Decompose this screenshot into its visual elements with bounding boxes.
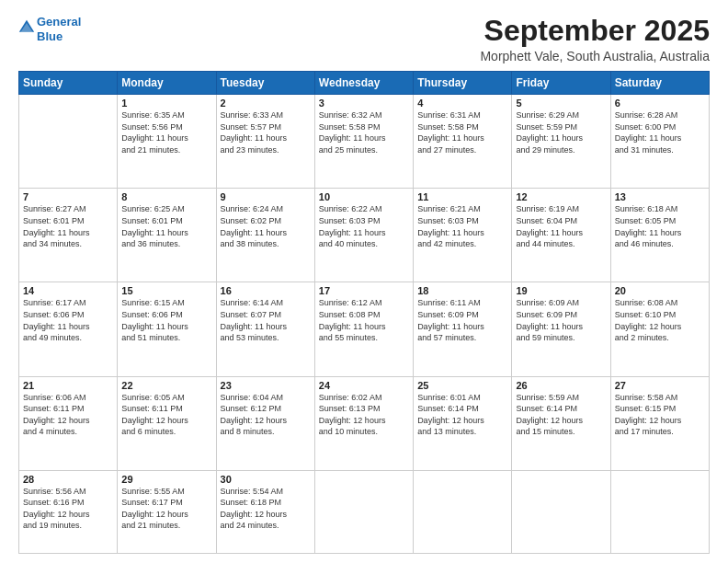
day-number: 20 — [615, 285, 705, 296]
calendar-cell: 2Sunrise: 6:33 AM Sunset: 5:57 PM Daylig… — [216, 95, 314, 189]
day-info: Sunrise: 6:09 AM Sunset: 6:09 PM Dayligh… — [516, 297, 606, 343]
weekday-header: Sunday — [19, 72, 118, 95]
day-number: 7 — [23, 191, 113, 202]
calendar-cell: 5Sunrise: 6:29 AM Sunset: 5:59 PM Daylig… — [512, 95, 610, 189]
day-info: Sunrise: 6:17 AM Sunset: 6:06 PM Dayligh… — [23, 297, 113, 343]
day-info: Sunrise: 6:06 AM Sunset: 6:11 PM Dayligh… — [23, 392, 113, 438]
day-info: Sunrise: 6:05 AM Sunset: 6:11 PM Dayligh… — [121, 392, 211, 438]
calendar-cell: 12Sunrise: 6:19 AM Sunset: 6:04 PM Dayli… — [512, 189, 610, 282]
day-info: Sunrise: 6:21 AM Sunset: 6:03 PM Dayligh… — [417, 203, 507, 249]
calendar-week-row: 7Sunrise: 6:27 AM Sunset: 6:01 PM Daylig… — [19, 189, 710, 282]
logo-line1: General — [37, 15, 81, 29]
day-info: Sunrise: 6:27 AM Sunset: 6:01 PM Dayligh… — [23, 203, 113, 249]
day-info: Sunrise: 5:54 AM Sunset: 6:18 PM Dayligh… — [221, 486, 311, 532]
calendar-cell: 10Sunrise: 6:22 AM Sunset: 6:03 PM Dayli… — [314, 189, 413, 282]
calendar-body: 1Sunrise: 6:35 AM Sunset: 5:56 PM Daylig… — [19, 95, 710, 554]
day-number: 21 — [23, 380, 113, 391]
calendar-cell — [414, 470, 512, 553]
day-number: 26 — [516, 380, 606, 391]
calendar-cell: 16Sunrise: 6:14 AM Sunset: 6:07 PM Dayli… — [216, 282, 314, 376]
calendar-cell: 14Sunrise: 6:17 AM Sunset: 6:06 PM Dayli… — [19, 282, 118, 376]
weekday-header: Saturday — [610, 72, 709, 95]
calendar-cell: 15Sunrise: 6:15 AM Sunset: 6:06 PM Dayli… — [118, 282, 216, 376]
day-number: 11 — [417, 191, 507, 202]
day-info: Sunrise: 6:12 AM Sunset: 6:08 PM Dayligh… — [319, 297, 409, 343]
calendar-cell: 11Sunrise: 6:21 AM Sunset: 6:03 PM Dayli… — [414, 189, 512, 282]
day-info: Sunrise: 6:32 AM Sunset: 5:58 PM Dayligh… — [319, 109, 409, 155]
weekday-header: Wednesday — [314, 72, 413, 95]
day-info: Sunrise: 6:35 AM Sunset: 5:56 PM Dayligh… — [121, 109, 211, 155]
day-info: Sunrise: 6:28 AM Sunset: 6:00 PM Dayligh… — [615, 109, 705, 155]
logo-text: General Blue — [37, 15, 81, 43]
day-number: 18 — [417, 285, 507, 296]
calendar-week-row: 1Sunrise: 6:35 AM Sunset: 5:56 PM Daylig… — [19, 95, 710, 189]
day-number: 25 — [417, 380, 507, 391]
day-number: 24 — [319, 380, 409, 391]
page: General Blue September 2025 Morphett Val… — [0, 0, 728, 563]
day-info: Sunrise: 6:22 AM Sunset: 6:03 PM Dayligh… — [319, 203, 409, 249]
day-number: 3 — [319, 98, 409, 109]
day-number: 27 — [615, 380, 705, 391]
calendar-cell: 23Sunrise: 6:04 AM Sunset: 6:12 PM Dayli… — [216, 376, 314, 470]
day-number: 22 — [121, 380, 211, 391]
day-info: Sunrise: 5:55 AM Sunset: 6:17 PM Dayligh… — [121, 486, 211, 532]
logo-line2: Blue — [37, 29, 81, 44]
day-number: 14 — [23, 285, 113, 296]
weekday-header: Tuesday — [216, 72, 314, 95]
day-info: Sunrise: 6:25 AM Sunset: 6:01 PM Dayligh… — [121, 203, 211, 249]
calendar-cell — [610, 470, 709, 553]
day-info: Sunrise: 6:33 AM Sunset: 5:57 PM Dayligh… — [221, 109, 311, 155]
calendar-cell: 8Sunrise: 6:25 AM Sunset: 6:01 PM Daylig… — [118, 189, 216, 282]
day-number: 13 — [615, 191, 705, 202]
title-area: September 2025 Morphett Vale, South Aust… — [480, 15, 710, 63]
calendar-cell: 28Sunrise: 5:56 AM Sunset: 6:16 PM Dayli… — [19, 470, 118, 553]
calendar-cell: 25Sunrise: 6:01 AM Sunset: 6:14 PM Dayli… — [414, 376, 512, 470]
day-info: Sunrise: 6:19 AM Sunset: 6:04 PM Dayligh… — [516, 203, 606, 249]
calendar-cell: 9Sunrise: 6:24 AM Sunset: 6:02 PM Daylig… — [216, 189, 314, 282]
calendar-cell: 27Sunrise: 5:58 AM Sunset: 6:15 PM Dayli… — [610, 376, 709, 470]
day-info: Sunrise: 6:08 AM Sunset: 6:10 PM Dayligh… — [615, 297, 705, 343]
day-number: 29 — [121, 474, 211, 485]
calendar-cell: 26Sunrise: 5:59 AM Sunset: 6:14 PM Dayli… — [512, 376, 610, 470]
calendar: SundayMondayTuesdayWednesdayThursdayFrid… — [18, 71, 710, 554]
calendar-cell: 6Sunrise: 6:28 AM Sunset: 6:00 PM Daylig… — [610, 95, 709, 189]
calendar-cell: 13Sunrise: 6:18 AM Sunset: 6:05 PM Dayli… — [610, 189, 709, 282]
weekday-header: Friday — [512, 72, 610, 95]
location: Morphett Vale, South Australia, Australi… — [480, 49, 710, 63]
day-number: 2 — [221, 98, 311, 109]
day-number: 8 — [121, 191, 211, 202]
calendar-week-row: 21Sunrise: 6:06 AM Sunset: 6:11 PM Dayli… — [19, 376, 710, 470]
weekday-header: Thursday — [414, 72, 512, 95]
calendar-cell: 18Sunrise: 6:11 AM Sunset: 6:09 PM Dayli… — [414, 282, 512, 376]
header: General Blue September 2025 Morphett Val… — [18, 15, 710, 63]
calendar-week-row: 28Sunrise: 5:56 AM Sunset: 6:16 PM Dayli… — [19, 470, 710, 553]
day-info: Sunrise: 6:24 AM Sunset: 6:02 PM Dayligh… — [221, 203, 311, 249]
day-number: 28 — [23, 474, 113, 485]
calendar-cell: 29Sunrise: 5:55 AM Sunset: 6:17 PM Dayli… — [118, 470, 216, 553]
calendar-cell: 22Sunrise: 6:05 AM Sunset: 6:11 PM Dayli… — [118, 376, 216, 470]
day-info: Sunrise: 6:18 AM Sunset: 6:05 PM Dayligh… — [615, 203, 705, 249]
calendar-cell: 4Sunrise: 6:31 AM Sunset: 5:58 PM Daylig… — [414, 95, 512, 189]
calendar-cell: 1Sunrise: 6:35 AM Sunset: 5:56 PM Daylig… — [118, 95, 216, 189]
calendar-cell: 17Sunrise: 6:12 AM Sunset: 6:08 PM Dayli… — [314, 282, 413, 376]
calendar-cell — [512, 470, 610, 553]
day-number: 12 — [516, 191, 606, 202]
day-info: Sunrise: 5:56 AM Sunset: 6:16 PM Dayligh… — [23, 486, 113, 532]
month-title: September 2025 — [480, 15, 710, 47]
day-number: 17 — [319, 285, 409, 296]
calendar-cell: 3Sunrise: 6:32 AM Sunset: 5:58 PM Daylig… — [314, 95, 413, 189]
day-number: 4 — [417, 98, 507, 109]
day-info: Sunrise: 6:29 AM Sunset: 5:59 PM Dayligh… — [516, 109, 606, 155]
logo: General Blue — [18, 15, 81, 43]
day-number: 1 — [121, 98, 211, 109]
day-number: 30 — [221, 474, 311, 485]
logo-icon — [18, 18, 35, 35]
day-info: Sunrise: 6:04 AM Sunset: 6:12 PM Dayligh… — [221, 392, 311, 438]
calendar-cell: 19Sunrise: 6:09 AM Sunset: 6:09 PM Dayli… — [512, 282, 610, 376]
calendar-header-row: SundayMondayTuesdayWednesdayThursdayFrid… — [19, 72, 710, 95]
day-number: 9 — [221, 191, 311, 202]
calendar-cell: 30Sunrise: 5:54 AM Sunset: 6:18 PM Dayli… — [216, 470, 314, 553]
day-info: Sunrise: 6:15 AM Sunset: 6:06 PM Dayligh… — [121, 297, 211, 343]
day-number: 6 — [615, 98, 705, 109]
calendar-week-row: 14Sunrise: 6:17 AM Sunset: 6:06 PM Dayli… — [19, 282, 710, 376]
